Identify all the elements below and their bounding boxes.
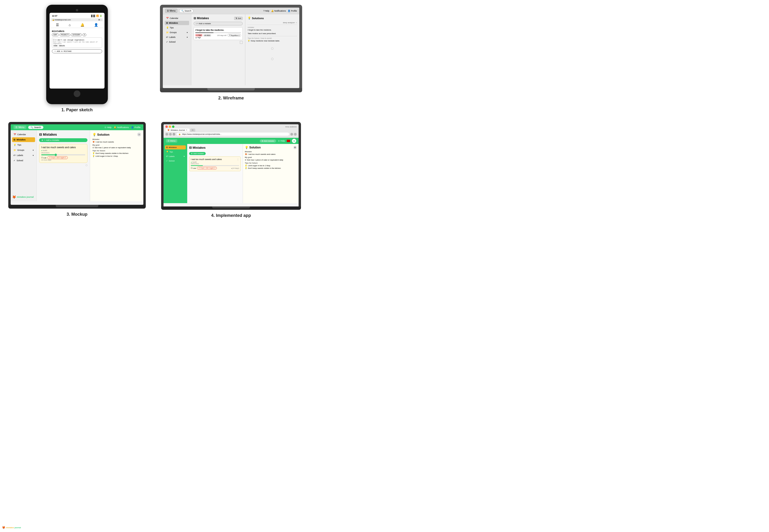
sketch-category-btn[interactable]: CATEGORY [71,33,82,36]
impl-labels-arrow: ▾ [184,155,184,157]
impl-mistakes-label: Mistakes [169,146,177,148]
mock-close-btn[interactable]: ✕ [137,133,141,136]
wf-sol-take-medicine: Take medice as it was prescribed. [248,32,297,35]
impl-lock-icon: 🔒 [178,133,181,135]
mock-menu-label: Menu [18,126,24,129]
impl-settings-btn[interactable]: ⚙ [292,139,296,143]
mock-cal-icon: 📅 [13,133,16,136]
mock-sidebar-labels[interactable]: 🏷 Labels ▾ [12,153,35,158]
impl-sol-mistake-text: I eat too much sweets and cakes [248,153,276,155]
wf-sidebar-labels[interactable]: 🏷 Labels ▾ [165,35,189,39]
impl-tab-label: Mistakes Journal [170,129,185,131]
impl-menu-btn[interactable]: ☰ Menu [166,139,177,143]
mock-mistake-card: I eat too much sweets and cakes ● health… [39,144,87,163]
wf-laptop-base [160,88,302,92]
mock-sol-tip2: 💡 Limit sugar in tea to 1 tbsp. [92,155,141,157]
wireframe-cell: ☰ Menu 🔍 Search ? Help [159,5,303,112]
wf-priority-label: High [198,37,201,38]
wf-repetition-btn[interactable]: ↺ Repetition 0 [228,34,241,37]
impl-url-bar[interactable]: 🔒 https://www.mistakejournal.com/journal… [176,133,289,136]
wf-sort-btn[interactable]: ⇅ Sort [234,17,243,20]
impl-main-title-label: Mistakes [193,146,206,149]
wf-mistake-title: I forget to take the medicine. [195,29,241,31]
mock-notifications-item: 🔔 Notifications [114,126,129,129]
wf-sidebar-solved[interactable]: ✓ Solved [165,40,189,44]
impl-back-btn[interactable]: ‹ [165,133,168,136]
sketch-share-icon: ⊞ [98,19,100,21]
sketch-status-bar: 12:37 ▌▌▌ 📶 🔋 [51,14,103,18]
wf-days-left: 100 days left [217,35,227,36]
sketch-sort-btn[interactable]: SORT [52,33,59,36]
mock-sol-tip1: 💡 Don't keep sweets visible in the kitch… [92,152,141,154]
mockup-label: 3. Mockup [67,212,87,217]
wf-rep-count: 0 [239,35,240,36]
sketch-add-btn[interactable]: + ADD A MISTAKE [52,49,102,53]
mock-solved-icon: ✓ [13,159,15,162]
impl-sol-title-label: Solution [249,146,261,149]
wf-sol-icon: 💡 [248,17,251,20]
impl-win-max[interactable] [172,125,174,128]
wf-sort-icon: ⇅ [236,17,237,19]
impl-refresh-btn[interactable]: ↻ [172,133,175,136]
wf-solved-icon: ✓ [166,41,168,43]
wf-progress-fill [195,32,214,33]
impl-tab-new[interactable]: + [190,129,195,132]
impl-main-title: ⊟ Mistakes [189,146,206,149]
impl-mistake-more-btn[interactable]: ⋮ [237,158,239,161]
mock-sidebar-solved[interactable]: ✓ Solved [12,158,35,163]
mock-search-box[interactable]: 🔍 Search [28,126,43,129]
mock-sidebar-tips[interactable]: 💡 Tips [12,143,35,147]
wf-sidebar-calendar[interactable]: 📅 Calendar [165,16,189,20]
mock-profile-icon: 👤 [131,126,134,129]
impl-bookmark-btn[interactable]: ☆ [290,133,293,136]
mock-sidebar-groups[interactable]: 📁 Groups ▾ [12,148,35,152]
sketch-priority-btn[interactable]: PRIORITY [59,33,70,36]
impl-tags-row: ⓘ Low ↺ Oops! I did it again 0 ●(14 days… [191,167,239,170]
impl-sidebar-solved[interactable]: ✓ Solved [165,159,186,163]
wf-sidebar-groups[interactable]: 📁 Groups ▾ [165,30,189,35]
impl-win-close[interactable] [165,125,168,128]
wf-analyzer-toggle[interactable]: ○ [296,22,297,24]
wf-sidebar-tips[interactable]: 💡 Tips [165,26,189,30]
mock-sidebar-mistakes[interactable]: ⊟ Mistakes [12,137,35,142]
impl-win-min[interactable] [169,125,171,128]
impl-forward-btn[interactable]: › [169,133,172,136]
impl-tab-active[interactable]: 🦊 Mistakes Journal ✕ [165,129,189,132]
impl-solved-icon: ✓ [166,160,168,162]
impl-sol-mistake-icon: 🦊 [245,153,247,155]
sketch-checkbox[interactable]: □ [53,39,54,41]
wf-bell-icon: 🔔 [271,10,274,12]
impl-window-controls-row: Inna ulubione [165,125,297,128]
mock-health-label: health [43,150,47,151]
wf-search-label: Search [184,10,191,12]
impl-add-mistake-btn[interactable]: ⊕ Add mistake [189,152,206,155]
wf-tips-label: Tips [170,27,174,29]
wf-menu-btn[interactable]: ☰ Menu [165,9,177,13]
wf-search-box[interactable]: 🔍 Search [179,9,194,13]
impl-sidebar-tips[interactable]: 💡 Tips [165,150,186,154]
mock-menu-btn[interactable]: ☰ Menu [13,125,26,129]
impl-add-btn[interactable]: ⊕ Add mistake [260,139,276,143]
wf-mistakes-icon: ⊟ [166,22,168,24]
mock-add-btn[interactable]: ⊕ + Add a mistake [39,138,87,142]
wf-sol-mistake-text: I forget to take the medicine. [248,29,297,31]
impl-tab-close-btn[interactable]: ✕ [186,129,187,131]
impl-sidebar-mistakes[interactable]: ⊟ Mistakes [165,145,186,149]
sketch-filter-icon-btn[interactable]: ⊕ [82,33,86,36]
tablet-home-button[interactable] [74,90,80,97]
sketch-tag-food: FOOD [53,45,58,47]
wf-sidebar-mistakes[interactable]: ⊟ Mistakes [165,21,189,25]
mock-solved-label: Solved [17,159,23,162]
mock-sol-goal-text: Eat max 1 piece of cake or equivalent da… [95,147,131,149]
wf-sol-tips-header: Tips for future / how to avoid: [248,37,297,39]
impl-help-icon: ⊙ [278,140,280,142]
impl-sol-close-btn[interactable]: ✕ [293,146,297,149]
impl-sidebar-labels[interactable]: 🏷 Labels ▾ [165,154,186,158]
wf-topbar-left: ☰ Menu 🔍 Search [165,9,194,13]
wf-add-mistake-btn[interactable]: ○ + Add a mistake [194,22,243,25]
impl-oops-label: Oops! I did it again 0 [200,167,216,169]
impl-more-btn[interactable]: ⋮ [294,133,297,136]
wf-high-label: High [198,34,202,36]
mock-sidebar-calendar[interactable]: 📅 Calendar [12,132,35,137]
wf-sol-title-label: Solutions [252,17,264,20]
